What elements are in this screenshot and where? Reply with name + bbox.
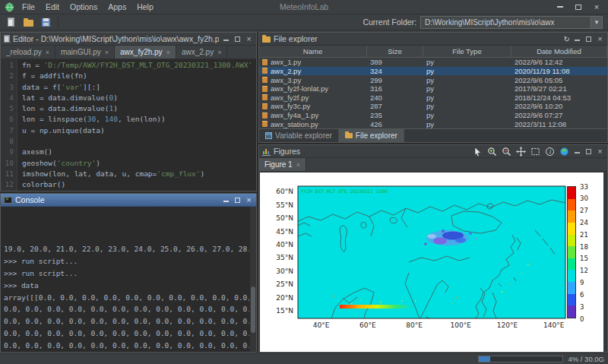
save-button[interactable] xyxy=(39,16,52,29)
file-row[interactable]: awx_fy2f.py240py2018/12/24 04:53 xyxy=(259,93,607,103)
file-row[interactable]: awx_2.py324py2020/11/19 11:08 xyxy=(259,67,607,76)
file-table: NameSizeFile TypeDate Modified awx_1.py3… xyxy=(259,46,607,128)
column-header-size[interactable]: Size xyxy=(367,46,423,57)
code-lines[interactable]: fn = 'D:/Temp/AWX/FY2H_DST_MLT_OTG_20230… xyxy=(17,59,256,191)
console-header: Console × xyxy=(1,194,256,207)
file-row[interactable]: awx_fy4a_1.py235py2022/9/6 07:27 xyxy=(259,111,607,120)
console-scrollbar[interactable] xyxy=(249,207,256,352)
float-panel-icon[interactable] xyxy=(233,196,242,204)
y-tick-label: 40°N xyxy=(260,241,293,248)
editor-header-buttons: × xyxy=(222,35,253,43)
file-date-modified: 2022/3/11 12:08 xyxy=(511,120,607,128)
editor-tab-awx_2.py[interactable]: awx_2.py× xyxy=(176,46,228,59)
code-editor[interactable]: 123456789101112 fn = 'D:/Temp/AWX/FY2H_D… xyxy=(1,59,256,191)
code-line[interactable]: fn = 'D:/Temp/AWX/FY2H_DST_MLT_OTG_20230… xyxy=(22,60,256,71)
editor-tab-mainGUI.py[interactable]: mainGUI.py× xyxy=(55,46,115,59)
float-panel-icon[interactable] xyxy=(584,147,593,156)
code-line[interactable]: colorbar() xyxy=(22,179,256,190)
y-tick-label: 50°N xyxy=(260,214,293,222)
globe-icon[interactable] xyxy=(559,146,570,157)
minimize-panel-icon[interactable] xyxy=(573,35,581,43)
full-extent-icon[interactable] xyxy=(530,146,541,157)
tab-file-explorer[interactable]: File explorer xyxy=(339,129,404,142)
new-file-icon xyxy=(8,17,14,27)
console-output[interactable]: 19.0, 20.0, 21.0, 22.0, 23.0, 24.0, 25.0… xyxy=(1,207,256,352)
column-header-date-modified[interactable]: Date Modified xyxy=(511,46,607,57)
minimize-panel-icon[interactable] xyxy=(573,147,581,156)
tab-close-icon[interactable]: × xyxy=(166,49,170,56)
file-row[interactable]: awx_station.py426py2022/3/11 12:08 xyxy=(259,119,607,128)
open-folder-icon xyxy=(24,20,33,27)
float-panel-icon[interactable] xyxy=(584,35,593,43)
current-folder-combobox[interactable]: D:\Working\MIScript\Jython\mis\io\awx ▾ xyxy=(420,16,603,29)
tab-close-icon[interactable]: × xyxy=(296,161,300,169)
file-date-modified: 2022/9/6 07:27 xyxy=(511,111,607,119)
code-line[interactable]: geoshow('country') xyxy=(22,158,256,169)
minimize-panel-icon[interactable] xyxy=(222,196,230,204)
minimize-window-button[interactable] xyxy=(551,1,569,13)
close-panel-icon[interactable]: × xyxy=(245,35,253,43)
file-row[interactable]: awx_3.py299py2022/9/6 05:05 xyxy=(259,75,607,84)
code-line[interactable]: u = np.unique(data) xyxy=(22,125,256,136)
tab-variable-explorer[interactable]: Variable explorer xyxy=(259,129,339,142)
memory-usage-label: 4% / 30.0G xyxy=(568,355,604,363)
file-row[interactable]: awx_1.py389py2022/9/6 12:42 xyxy=(259,58,607,67)
file-size: 426 xyxy=(367,120,423,128)
close-panel-icon[interactable]: × xyxy=(245,196,253,204)
select-arrow-icon[interactable] xyxy=(472,146,483,157)
python-file-icon xyxy=(262,103,268,109)
pan-icon[interactable] xyxy=(515,146,527,157)
code-line[interactable]: f = addfile(fn) xyxy=(22,71,256,81)
close-window-button[interactable]: × xyxy=(587,1,606,13)
column-header-file-type[interactable]: File Type xyxy=(423,46,511,57)
code-line[interactable]: axesm() xyxy=(22,147,256,157)
file-name: awx_1.py xyxy=(271,58,301,66)
close-panel-icon[interactable]: × xyxy=(596,147,604,156)
file-row[interactable]: awx_fy2f-lonlat.py316py2017/9/27 02:21 xyxy=(259,84,607,93)
scrollbar-thumb[interactable] xyxy=(251,286,255,333)
tab-close-icon[interactable]: × xyxy=(46,49,49,56)
float-panel-icon[interactable] xyxy=(233,35,242,43)
file-table-header: NameSizeFile TypeDate Modified xyxy=(259,46,607,58)
editor-tab-awx_fy2h.py[interactable]: awx_fy2h.py× xyxy=(115,46,176,59)
file-row[interactable]: awx_fy3c.py287py2022/9/6 10:20 xyxy=(259,102,607,111)
editor-title: Editor - D:\Working\MIScript\Jython\mis\… xyxy=(13,34,219,43)
svg-text:i: i xyxy=(549,148,552,155)
tab-label: awx_2.py xyxy=(182,48,214,56)
code-line[interactable] xyxy=(22,136,256,147)
refresh-icon[interactable]: ↻ xyxy=(564,35,570,43)
chevron-down-icon[interactable]: ▾ xyxy=(591,17,602,28)
code-line[interactable]: lat = data.dimvalue(0) xyxy=(22,93,256,103)
editor-tab-_reload.py[interactable]: _reload.py× xyxy=(1,46,55,59)
identify-icon[interactable]: i xyxy=(544,146,556,157)
menu-options[interactable]: Options xyxy=(65,2,103,12)
tab-close-icon[interactable]: × xyxy=(105,49,109,56)
menu-help[interactable]: Help xyxy=(131,2,159,12)
code-line[interactable]: lon = data.dimvalue(1) xyxy=(22,103,256,114)
file-size: 299 xyxy=(367,76,423,84)
menu-file[interactable]: File xyxy=(17,2,40,12)
close-panel-icon[interactable]: × xyxy=(596,35,604,43)
menu-edit[interactable]: Edit xyxy=(40,2,65,12)
code-line[interactable]: data = f['var'][:] xyxy=(22,82,256,93)
file-size: 324 xyxy=(367,67,423,75)
figure-canvas[interactable]: FY2H DST MLT OTG 20230321 1300 40°E60°E8… xyxy=(260,173,603,352)
zoom-in-icon[interactable] xyxy=(486,146,498,157)
colorbar-tick-label: 21 xyxy=(580,231,588,239)
tab-close-icon[interactable]: × xyxy=(217,49,221,56)
console-line: >>> data xyxy=(4,280,249,292)
minimize-panel-icon[interactable] xyxy=(222,35,230,43)
figure-tab[interactable]: Figure 1 × xyxy=(259,158,306,171)
code-line[interactable]: imshow(lon, lat, data, u, cmap='cmp_flux… xyxy=(22,169,256,179)
colorbar-tick-label: 15 xyxy=(580,255,588,262)
python-file-icon xyxy=(262,94,268,100)
new-script-button[interactable] xyxy=(4,16,17,29)
menu-apps[interactable]: Apps xyxy=(103,2,131,12)
open-file-button[interactable] xyxy=(21,16,35,29)
column-header-name[interactable]: Name xyxy=(259,46,367,57)
console-line: >>> run script... xyxy=(4,267,249,280)
zoom-out-icon[interactable] xyxy=(501,146,512,157)
maximize-window-button[interactable] xyxy=(569,1,587,13)
left-column: Editor - D:\Working\MIScript\Jython\mis\… xyxy=(0,32,257,353)
code-line[interactable]: lon = linspace(30, 140, len(lon)) xyxy=(22,114,256,125)
